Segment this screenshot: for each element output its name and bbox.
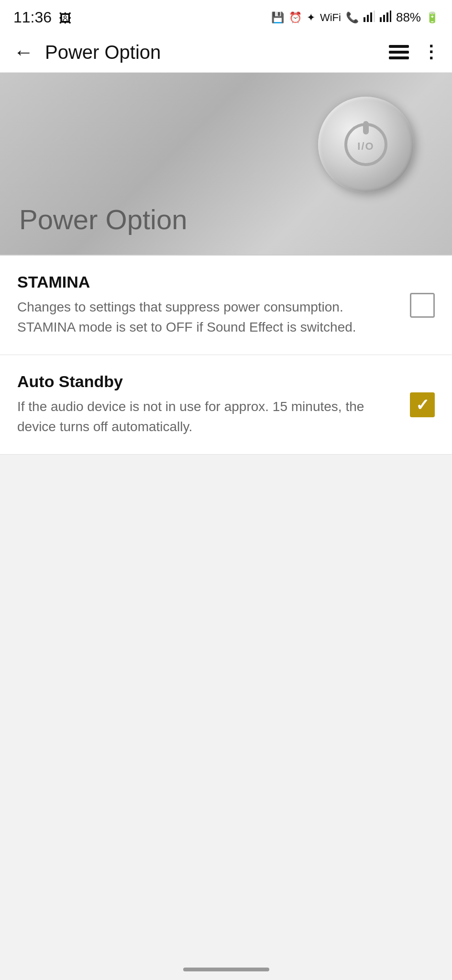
svg-rect-3	[374, 11, 375, 22]
svg-rect-7	[390, 11, 391, 22]
signal-bar-1	[364, 11, 375, 25]
svg-rect-2	[370, 12, 372, 22]
io-text: I/O	[357, 140, 374, 153]
auto-standby-title: Auto Standby	[17, 372, 396, 391]
hero-banner: I/O Power Option	[0, 73, 452, 255]
status-time-area: 11:36 🖼	[13, 9, 71, 26]
stamina-checkbox[interactable]	[410, 293, 435, 318]
app-bar-title: Power Option	[45, 42, 161, 63]
svg-rect-0	[364, 17, 365, 22]
more-options-button[interactable]: ⋮	[422, 42, 439, 62]
svg-rect-5	[383, 15, 385, 22]
menu-line-1	[389, 45, 409, 48]
settings-list: STAMINA Changes to settings that suppres…	[0, 256, 452, 455]
bottom-spacer	[0, 455, 452, 885]
app-bar: ← Power Option ⋮	[0, 32, 452, 73]
sd-icon: 💾	[271, 11, 284, 24]
gesture-pill	[183, 968, 269, 971]
back-button[interactable]: ←	[13, 41, 33, 64]
svg-rect-1	[367, 15, 369, 22]
menu-line-3	[389, 56, 409, 59]
stamina-content: STAMINA Changes to settings that suppres…	[17, 273, 410, 337]
call-icon: 📞	[346, 11, 359, 24]
signal-bar-2	[380, 11, 391, 25]
svg-rect-4	[380, 17, 382, 22]
app-bar-left: ← Power Option	[13, 41, 161, 64]
battery-percent: 88%	[396, 10, 421, 25]
auto-standby-item[interactable]: Auto Standby If the audio device is not …	[0, 355, 452, 455]
status-time: 11:36	[13, 9, 52, 26]
gallery-icon: 🖼	[59, 11, 71, 25]
auto-standby-checkbox[interactable]	[410, 392, 435, 417]
stamina-description: Changes to settings that suppress power …	[17, 297, 396, 337]
gesture-bar	[0, 959, 452, 980]
auto-standby-content: Auto Standby If the audio device is not …	[17, 372, 410, 437]
power-symbol: I/O	[344, 123, 387, 166]
hero-title: Power Option	[19, 203, 187, 235]
menu-icon[interactable]	[389, 45, 409, 59]
power-button-icon: I/O	[318, 97, 414, 192]
svg-rect-6	[386, 12, 388, 22]
alarm-icon: ⏰	[289, 11, 302, 24]
auto-standby-description: If the audio device is not in use for ap…	[17, 397, 396, 437]
stamina-item[interactable]: STAMINA Changes to settings that suppres…	[0, 256, 452, 355]
battery-icon: 🔋	[426, 11, 439, 24]
status-bar: 11:36 🖼 💾 ⏰ ✦ WiFi 📞 88% 🔋	[0, 0, 452, 32]
status-icons: 💾 ⏰ ✦ WiFi 📞 88% 🔋	[271, 10, 439, 25]
app-bar-right: ⋮	[389, 42, 439, 62]
bluetooth-icon: ✦	[307, 11, 315, 24]
stamina-title: STAMINA	[17, 273, 396, 291]
wifi-icon: WiFi	[320, 11, 341, 24]
menu-line-2	[389, 51, 409, 54]
